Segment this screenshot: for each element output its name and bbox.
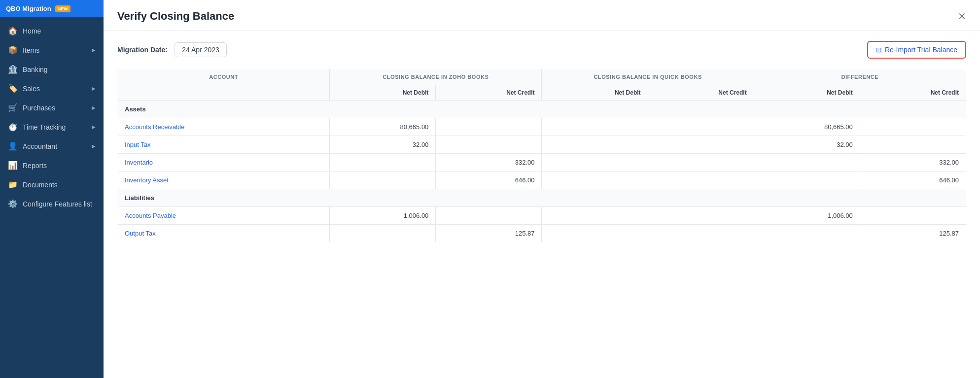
- nav-icon-6: 👤: [8, 141, 18, 151]
- header-row-1: ACCOUNT CLOSING BALANCE IN ZOHO BOOKS CL…: [118, 69, 966, 85]
- sidebar-label-5: Time Tracking: [23, 123, 66, 131]
- sidebar-item-sales[interactable]: 🏷️ Sales ▶: [0, 79, 104, 98]
- qb-debit-0-2: [542, 154, 648, 172]
- reimport-button[interactable]: ⊡ Re-Import Trial Balance: [867, 41, 966, 59]
- nav-icon-0: 🏠: [8, 26, 18, 35]
- sidebar-item-items[interactable]: 📦 Items ▶: [0, 40, 104, 60]
- diff-credit-0-3: 646.00: [860, 172, 966, 189]
- zoho-credit-1-0: [436, 207, 542, 225]
- sidebar: QBO Migration NEW 🏠 Home 📦 Items ▶ 🏦 Ban…: [0, 0, 104, 378]
- modal: Verify Closing Balance ✕ Migration Date:…: [104, 0, 980, 378]
- account-link-1-1[interactable]: Output Tax: [125, 230, 156, 237]
- sidebar-label-6: Accountant: [23, 142, 57, 150]
- sidebar-item-purchases[interactable]: 🛒 Purchases ▶: [0, 98, 104, 117]
- qb-credit-0-0: [648, 118, 754, 136]
- modal-title: Verify Closing Balance: [117, 10, 234, 23]
- sidebar-label-3: Sales: [23, 85, 40, 93]
- qb-debit-0-3: [542, 172, 648, 189]
- qb-credit-1-1: [648, 225, 754, 242]
- table-row: Inventario 332.00 332.00: [118, 154, 966, 172]
- section-liabilities: Liabilities: [118, 189, 966, 207]
- sidebar-label-8: Documents: [23, 181, 58, 189]
- sidebar-item-accountant[interactable]: 👤 Accountant ▶: [0, 137, 104, 156]
- new-badge: NEW: [55, 5, 70, 12]
- diff-debit-1-0: 1,006.00: [754, 207, 860, 225]
- nav-icon-1: 📦: [8, 45, 18, 55]
- nav-icon-8: 📁: [8, 180, 18, 189]
- nav-arrow-3: ▶: [92, 86, 96, 91]
- zoho-net-credit-header: Net Credit: [436, 85, 542, 101]
- balance-table: ACCOUNT CLOSING BALANCE IN ZOHO BOOKS CL…: [117, 69, 966, 242]
- top-bar: Migration Date: 24 Apr 2023 ⊡ Re-Import …: [117, 41, 966, 59]
- zoho-debit-1-1: [330, 225, 436, 242]
- table-row: Output Tax 125.87 125.87: [118, 225, 966, 242]
- diff-debit-0-1: 32.00: [754, 136, 860, 154]
- account-link-0-2[interactable]: Inventario: [125, 159, 153, 166]
- nav-arrow-4: ▶: [92, 105, 96, 110]
- zoho-credit-0-0: [436, 118, 542, 136]
- zoho-credit-0-1: [436, 136, 542, 154]
- nav-icon-7: 📊: [8, 161, 18, 170]
- diff-net-debit-header: Net Debit: [754, 85, 860, 101]
- qb-credit-0-2: [648, 154, 754, 172]
- migration-date-area: Migration Date: 24 Apr 2023: [117, 45, 227, 54]
- diff-credit-0-2: 332.00: [860, 154, 966, 172]
- sidebar-header: QBO Migration NEW: [0, 0, 104, 17]
- sidebar-item-reports[interactable]: 📊 Reports: [0, 156, 104, 175]
- sidebar-label-9: Configure Features list: [23, 200, 92, 208]
- nav-arrow-1: ▶: [92, 47, 96, 53]
- diff-net-credit-header: Net Credit: [860, 85, 966, 101]
- qb-debit-1-1: [542, 225, 648, 242]
- header-row-2: Net Debit Net Credit Net Debit Net Credi…: [118, 85, 966, 101]
- diff-credit-1-1: 125.87: [860, 225, 966, 242]
- zoho-debit-0-1: 32.00: [330, 136, 436, 154]
- reimport-label: Re-Import Trial Balance: [885, 46, 957, 54]
- nav-icon-2: 🏦: [8, 65, 18, 74]
- difference-header: DIFFERENCE: [754, 69, 966, 85]
- qb-net-credit-header: Net Credit: [648, 85, 754, 101]
- sidebar-item-banking[interactable]: 🏦 Banking: [0, 60, 104, 79]
- account-link-0-1[interactable]: Input Tax: [125, 141, 151, 148]
- modal-header: Verify Closing Balance ✕: [104, 0, 980, 31]
- account-header: ACCOUNT: [118, 69, 330, 85]
- zoho-credit-0-2: 332.00: [436, 154, 542, 172]
- sidebar-item-home[interactable]: 🏠 Home: [0, 21, 104, 40]
- main-content: Verify Closing Balance ✕ Migration Date:…: [104, 0, 980, 378]
- sidebar-label-2: Banking: [23, 66, 48, 73]
- section-assets: Assets: [118, 101, 966, 118]
- account-link-0-3[interactable]: Inventory Asset: [125, 176, 169, 184]
- sidebar-label-7: Reports: [23, 162, 47, 170]
- table-row: Inventory Asset 646.00 646.00: [118, 172, 966, 189]
- sidebar-item-documents[interactable]: 📁 Documents: [0, 175, 104, 194]
- zoho-debit-0-2: [330, 154, 436, 172]
- zoho-debit-1-0: 1,006.00: [330, 207, 436, 225]
- table-row: Accounts Payable 1,006.00 1,006.00: [118, 207, 966, 225]
- close-button[interactable]: ✕: [958, 11, 966, 21]
- table-row: Input Tax 32.00 32.00: [118, 136, 966, 154]
- nav-arrow-6: ▶: [92, 143, 96, 149]
- account-link-0-0[interactable]: Accounts Receivable: [125, 123, 184, 131]
- modal-body: Migration Date: 24 Apr 2023 ⊡ Re-Import …: [104, 31, 980, 378]
- migration-date-label: Migration Date:: [117, 46, 168, 54]
- zoho-credit-1-1: 125.87: [436, 225, 542, 242]
- table-row: Accounts Receivable 80,665.00 80,665.00: [118, 118, 966, 136]
- sidebar-label-1: Items: [23, 46, 39, 54]
- migration-date-value: 24 Apr 2023: [175, 42, 227, 57]
- sidebar-item-configure-features-list[interactable]: ⚙️ Configure Features list: [0, 194, 104, 213]
- nav-icon-3: 🏷️: [8, 84, 18, 93]
- zoho-net-debit-header: Net Debit: [330, 85, 436, 101]
- quickbooks-header: CLOSING BALANCE IN QUICK BOOKS: [542, 69, 754, 85]
- nav-icon-4: 🛒: [8, 103, 18, 112]
- sidebar-label-0: Home: [23, 27, 41, 35]
- nav-icon-5: ⏱️: [8, 122, 18, 132]
- sidebar-label-4: Purchases: [23, 104, 55, 112]
- zoho-debit-0-0: 80,665.00: [330, 118, 436, 136]
- sidebar-item-time-tracking[interactable]: ⏱️ Time Tracking ▶: [0, 117, 104, 137]
- account-link-1-0[interactable]: Accounts Payable: [125, 212, 176, 219]
- qb-credit-1-0: [648, 207, 754, 225]
- sidebar-nav: 🏠 Home 📦 Items ▶ 🏦 Banking 🏷️ Sales ▶ 🛒 …: [0, 17, 104, 378]
- brand-name: QBO Migration: [6, 5, 51, 12]
- qb-credit-0-1: [648, 136, 754, 154]
- qb-net-debit-header: Net Debit: [542, 85, 648, 101]
- zoho-header: CLOSING BALANCE IN ZOHO BOOKS: [330, 69, 542, 85]
